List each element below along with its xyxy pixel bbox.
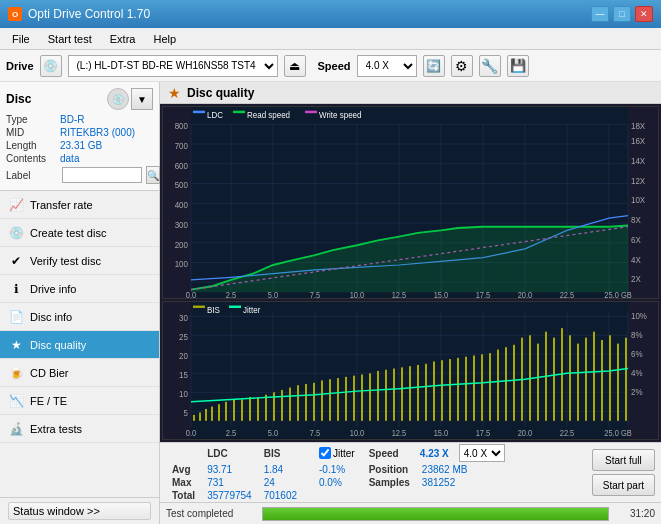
svg-text:8X: 8X — [631, 214, 641, 225]
sidebar-item-fe-te[interactable]: 📉 FE / TE — [0, 387, 159, 415]
settings-button[interactable]: ⚙ — [451, 55, 473, 77]
jitter-label: Jitter — [319, 447, 355, 459]
drive-icon-btn[interactable]: 💿 — [40, 55, 62, 77]
svg-rect-130 — [577, 344, 579, 421]
svg-rect-101 — [345, 377, 347, 421]
content-title: Disc quality — [187, 86, 254, 100]
svg-text:7.5: 7.5 — [310, 429, 321, 439]
close-button[interactable]: ✕ — [635, 6, 653, 22]
menu-start-test[interactable]: Start test — [40, 31, 100, 47]
svg-text:12X: 12X — [631, 175, 645, 186]
svg-text:15.0: 15.0 — [434, 429, 449, 439]
disc-panel-header: Disc 💿 ▼ — [6, 88, 153, 110]
drive-label: Drive — [6, 60, 34, 72]
disc-label-search-btn[interactable]: 🔍 — [146, 166, 160, 184]
extra-tests-icon: 🔬 — [8, 421, 24, 437]
disc-quality-label: Disc quality — [30, 339, 151, 351]
svg-text:25.0 GB: 25.0 GB — [604, 429, 632, 439]
stats-bar: LDC BIS Jitter Speed 4.23 X — [160, 442, 661, 502]
progress-bar-inner — [263, 508, 608, 520]
svg-rect-131 — [585, 338, 587, 421]
start-part-button[interactable]: Start part — [592, 474, 655, 496]
disc-info-table: Type BD-R MID RITEKBR3 (000) Length 23.3… — [6, 114, 153, 184]
sidebar-item-transfer-rate[interactable]: 📈 Transfer rate — [0, 191, 159, 219]
ldc-header: LDC — [201, 443, 258, 463]
svg-text:2X: 2X — [631, 273, 641, 284]
top-chart: 800 700 600 500 400 300 200 100 18X 16X … — [162, 106, 659, 299]
extra-button[interactable]: 🔧 — [479, 55, 501, 77]
sidebar-item-cd-bier[interactable]: 🍺 CD Bier — [0, 359, 159, 387]
status-window-button[interactable]: Status window >> — [8, 502, 151, 520]
nav-items: 📈 Transfer rate 💿 Create test disc ✔ Ver… — [0, 191, 159, 497]
svg-rect-103 — [361, 375, 363, 421]
main-layout: Disc 💿 ▼ Type BD-R MID RITEKBR3 (000) Le… — [0, 82, 661, 524]
svg-rect-133 — [601, 340, 603, 421]
svg-text:25: 25 — [179, 332, 188, 343]
svg-rect-161 — [229, 306, 241, 308]
disc-type-row: Type BD-R — [6, 114, 153, 125]
jitter-checkbox[interactable] — [319, 447, 331, 459]
app-title: Opti Drive Control 1.70 — [28, 7, 150, 21]
svg-text:17.5: 17.5 — [476, 429, 491, 439]
svg-rect-135 — [617, 344, 619, 421]
speed-select[interactable]: 4.0 X — [357, 55, 417, 77]
svg-text:20.0: 20.0 — [518, 429, 533, 439]
eject-button[interactable]: ⏏ — [284, 55, 306, 77]
total-ldc: 35779754 — [201, 489, 258, 502]
svg-rect-57 — [305, 111, 317, 113]
svg-text:2%: 2% — [631, 386, 643, 397]
sidebar-item-drive-info[interactable]: ℹ Drive info — [0, 275, 159, 303]
disc-panel: Disc 💿 ▼ Type BD-R MID RITEKBR3 (000) Le… — [0, 82, 159, 191]
progress-section: Test completed 31:20 — [160, 502, 661, 524]
svg-rect-93 — [281, 390, 283, 421]
sidebar-item-verify-test-disc[interactable]: ✔ Verify test disc — [0, 247, 159, 275]
sidebar-item-disc-info[interactable]: 📄 Disc info — [0, 303, 159, 331]
disc-label-input[interactable] — [62, 167, 142, 183]
svg-rect-108 — [401, 368, 403, 421]
svg-rect-136 — [625, 338, 627, 421]
menu-help[interactable]: Help — [145, 31, 184, 47]
svg-text:600: 600 — [175, 160, 188, 171]
svg-text:LDC: LDC — [207, 109, 223, 120]
svg-rect-114 — [449, 359, 451, 421]
drive-select[interactable]: (L:) HL-DT-ST BD-RE WH16NS58 TST4 — [68, 55, 278, 77]
menu-file[interactable]: File — [4, 31, 38, 47]
maximize-button[interactable]: □ — [613, 6, 631, 22]
disc-mid-value: RITEKBR3 (000) — [60, 127, 135, 138]
position-value: 23862 MB — [416, 463, 511, 476]
sidebar-item-extra-tests[interactable]: 🔬 Extra tests — [0, 415, 159, 443]
disc-btn[interactable]: ▼ — [131, 88, 153, 110]
svg-text:5.0: 5.0 — [268, 429, 279, 439]
disc-label-row: Label 🔍 — [6, 166, 153, 184]
sidebar-item-create-test-disc[interactable]: 💿 Create test disc — [0, 219, 159, 247]
svg-text:22.5: 22.5 — [560, 429, 575, 439]
refresh-button[interactable]: 🔄 — [423, 55, 445, 77]
svg-rect-94 — [289, 388, 291, 421]
verify-test-disc-icon: ✔ — [8, 253, 24, 269]
cd-bier-icon: 🍺 — [8, 365, 24, 381]
svg-rect-109 — [409, 367, 411, 422]
avg-bis: 1.84 — [258, 463, 303, 476]
svg-text:20: 20 — [179, 351, 188, 362]
svg-rect-86 — [225, 402, 227, 421]
disc-panel-title: Disc — [6, 92, 31, 106]
svg-rect-113 — [441, 361, 443, 422]
menu-extra[interactable]: Extra — [102, 31, 144, 47]
max-label: Max — [166, 476, 201, 489]
svg-text:BIS: BIS — [207, 304, 220, 315]
disc-mid-label: MID — [6, 127, 58, 138]
svg-text:8%: 8% — [631, 329, 643, 340]
minimize-button[interactable]: — — [591, 6, 609, 22]
save-button[interactable]: 💾 — [507, 55, 529, 77]
svg-text:30: 30 — [179, 313, 188, 324]
speed-label: Speed — [318, 60, 351, 72]
svg-rect-88 — [241, 400, 243, 421]
svg-text:300: 300 — [175, 219, 188, 230]
sidebar-item-disc-quality[interactable]: ★ Disc quality — [0, 331, 159, 359]
svg-text:10X: 10X — [631, 194, 645, 205]
content-header-icon: ★ — [168, 85, 181, 101]
start-full-button[interactable]: Start full — [592, 449, 655, 471]
svg-rect-98 — [321, 381, 323, 421]
drive-info-icon: ℹ — [8, 281, 24, 297]
speed-select[interactable]: 4.0 X — [459, 444, 505, 462]
